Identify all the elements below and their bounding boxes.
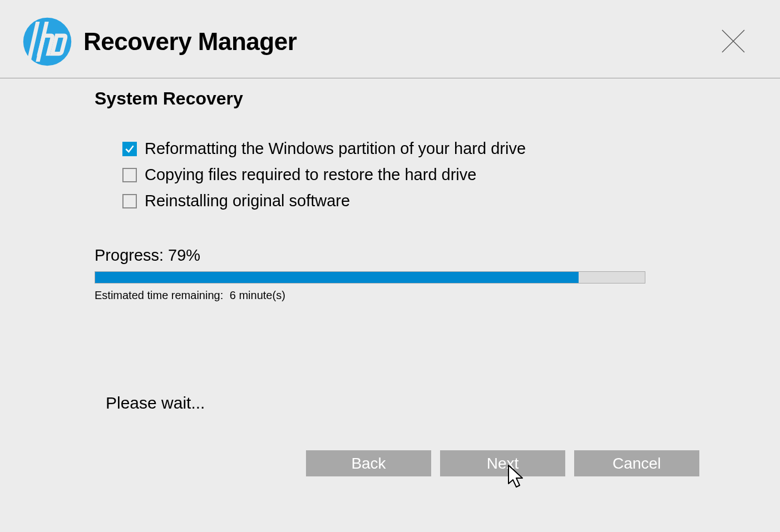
page-subtitle: System Recovery xyxy=(95,88,685,109)
steps-list: Reformatting the Windows partition of yo… xyxy=(122,140,685,210)
back-button[interactable]: Back xyxy=(306,450,431,476)
step-label: Reformatting the Windows partition of yo… xyxy=(145,140,526,158)
checkbox-empty-icon xyxy=(122,168,137,182)
app-title: Recovery Manager xyxy=(83,28,297,56)
step-item: Reformatting the Windows partition of yo… xyxy=(122,140,685,158)
progress-percent: 79% xyxy=(168,246,200,265)
checkbox-empty-icon xyxy=(122,194,137,208)
eta-label: Estimated time remaining: xyxy=(95,289,223,301)
close-button[interactable] xyxy=(720,28,747,54)
step-label: Reinstalling original software xyxy=(145,192,350,210)
window-header: Recovery Manager xyxy=(0,0,780,78)
eta-value: 6 minute(s) xyxy=(230,289,285,301)
progress-label: Progress: xyxy=(95,246,164,265)
close-icon xyxy=(720,28,747,54)
progress-section: Progress: 79% Estimated time remaining: … xyxy=(95,246,685,302)
step-item: Reinstalling original software xyxy=(122,192,685,210)
progress-bar xyxy=(95,271,645,284)
checkbox-checked-icon xyxy=(122,142,137,156)
step-item: Copying files required to restore the ha… xyxy=(122,166,685,184)
cancel-button[interactable]: Cancel xyxy=(574,450,699,476)
next-button[interactable]: Next xyxy=(440,450,565,476)
step-label: Copying files required to restore the ha… xyxy=(145,166,476,184)
progress-fill xyxy=(95,272,579,283)
status-text: Please wait... xyxy=(106,394,685,412)
button-row: Back Next Cancel xyxy=(306,450,699,476)
hp-logo-icon xyxy=(22,17,72,67)
